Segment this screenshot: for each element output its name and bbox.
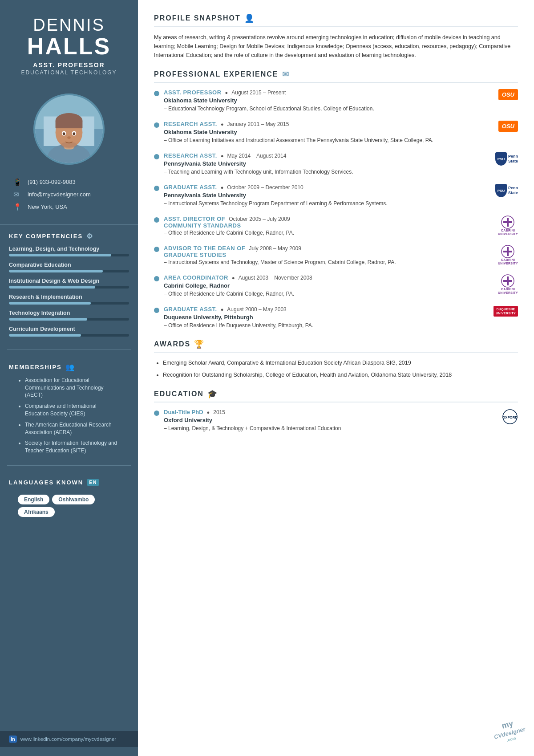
language-tag: Oshiwambo [52, 495, 95, 504]
exp-title: ASST. PROFESSOR [164, 89, 222, 96]
exp-title: RESEARCH ASST. [164, 121, 217, 127]
exp-desc: Office of Residence Life Duquesne Univer… [164, 321, 482, 329]
exp-bullet: ● [221, 307, 224, 312]
graduation-icon: 🎓 [207, 389, 218, 399]
exp-desc: Office of Learning Initiatives and Instr… [164, 136, 482, 144]
svg-point-13 [67, 136, 71, 139]
exp-org: Duquesne University, Pittsburgh [164, 314, 482, 321]
en-badge: EN [87, 479, 99, 486]
exp-bullet: ● [221, 185, 224, 190]
language-tag: English [18, 495, 49, 504]
exp-date: October 2009 – December 2010 [227, 184, 303, 191]
education-list: Dual-Title PhD ● 2015 Oxford University … [154, 409, 518, 432]
exp-logo: OSU [487, 89, 518, 113]
memberships-list: Association for Educational Communicatio… [9, 377, 129, 455]
education-section: EDUCATION 🎓 Dual-Title PhD ● 2015 Oxford… [154, 389, 518, 432]
edu-logo: OXFORD [487, 409, 518, 432]
exp-title-line: GRADUATE ASST. ● October 2009 – December… [164, 184, 482, 191]
competency-item: Technology Integration [9, 310, 129, 321]
competency-label: Research & Implementation [9, 294, 129, 300]
experience-entry: RESEARCH ASST. ● May 2014 – August 2014 … [154, 152, 518, 176]
exp-logo: CABRINIUNIVERSITY [487, 274, 518, 298]
sidebar: DENNIS HALLS ASST. PROFESSOR EDUCATIONAL… [0, 0, 138, 756]
exp-desc: Office of Residence Life Cabrini College… [164, 229, 482, 237]
experience-entry: RESEARCH ASST. ● January 2011 – May 2015… [154, 121, 518, 144]
people-icon: 👥 [65, 363, 75, 371]
pennstate-logo: PSU PennState [495, 152, 518, 166]
exp-desc: Instructional Systems Technology Program… [164, 199, 482, 207]
profile-icon: 👤 [244, 13, 255, 23]
duquesne-logo: DUQUESNEUNIVERSITY [494, 306, 518, 317]
exp-dot [154, 247, 159, 252]
progress-bar-bg [9, 302, 129, 305]
edu-org: Oxford University [164, 417, 482, 423]
experience-entry: ASST. DIRECTOR OF October 2005 – July 20… [154, 215, 518, 237]
phone-number: (91) 933-092-9083 [28, 179, 76, 185]
svg-point-14 [61, 142, 77, 148]
location-text: New York, USA [28, 203, 67, 210]
exp-body: RESEARCH ASST. ● May 2014 – August 2014 … [164, 152, 482, 176]
competency-item: Learning, Design, and Technology [9, 246, 129, 256]
exp-org: Oklahoma State University [164, 97, 482, 104]
exp-bullet: ● [232, 275, 235, 280]
edu-date: 2015 [213, 409, 225, 415]
sidebar-top: DENNIS HALLS ASST. PROFESSOR EDUCATIONAL… [0, 0, 138, 85]
cabrini-cross [501, 245, 514, 258]
osu-logo: OSU [498, 121, 518, 132]
exp-title-line: ADVISOR TO THE DEAN OF July 2008 – May 2… [164, 245, 482, 252]
cabrini-cross [501, 274, 514, 288]
email-icon: ✉ [13, 191, 23, 199]
experience-entry: ADVISOR TO THE DEAN OF July 2008 – May 2… [154, 245, 518, 266]
svg-point-11 [63, 132, 65, 135]
exp-body: ASST. DIRECTOR OF October 2005 – July 20… [164, 215, 482, 237]
svg-rect-20 [503, 251, 512, 252]
edu-dot [154, 411, 159, 416]
award-item: Emerging Scholar Award, Comparative & In… [163, 359, 518, 367]
gear-icon: ⚙ [86, 232, 93, 240]
exp-org: Pennsylvania State University [164, 160, 482, 167]
main-content: PROFILE SNAPSHOT 👤 My areas of research,… [138, 0, 534, 756]
exp-body: ASST. PROFESSOR ● August 2015 – Present … [164, 89, 482, 113]
cabrini-text: CABRINIUNIVERSITY [498, 258, 518, 266]
experience-section: PROFESSIONAL EXPERIENCE ✉ ASST. PROFESSO… [154, 69, 518, 329]
exp-date: October 2005 – July 2009 [229, 216, 290, 222]
competency-label: Technology Integration [9, 310, 129, 316]
exp-title: GRADUATE ASST. [164, 306, 217, 313]
oxford-logo: OXFORD [502, 409, 518, 425]
progress-bar-bg [9, 270, 129, 272]
competency-label: Learning, Design, and Technology [9, 246, 129, 252]
exp-logo: PSU PennState [487, 152, 518, 176]
exp-desc: Educational Technology Program, School o… [164, 105, 482, 113]
exp-title: ADVISOR TO THE DEAN OF [164, 245, 245, 252]
exp-title-line: ASST. PROFESSOR ● August 2015 – Present [164, 89, 482, 96]
exp-dot [154, 154, 159, 159]
exp-date: May 2014 – August 2014 [227, 153, 287, 159]
award-icon: 🏆 [194, 339, 205, 349]
exp-dot [154, 122, 159, 128]
exp-body: RESEARCH ASST. ● January 2011 – May 2015… [164, 121, 482, 144]
experience-entry: ASST. PROFESSOR ● August 2015 – Present … [154, 89, 518, 113]
exp-desc: Office of Residence Life Cabrini College… [164, 290, 482, 298]
linkedin-bar[interactable]: in www.linkedin.com/company/mycvdesigner [0, 731, 138, 747]
cabrini-logo: CABRINIUNIVERSITY [498, 245, 518, 266]
pennstate-text: PennState [508, 186, 518, 195]
exp-org: Pennsylvania State University [164, 192, 482, 199]
edu-bullet: ● [207, 410, 210, 415]
exp-title-line: RESEARCH ASST. ● January 2011 – May 2015 [164, 121, 482, 127]
language-tags: EnglishOshiwamboAfrikaans [9, 491, 129, 522]
profile-section: PROFILE SNAPSHOT 👤 My areas of research,… [154, 13, 518, 60]
avatar [33, 93, 105, 165]
divider-1 [7, 349, 131, 350]
linkedin-url: www.linkedin.com/company/mycvdesigner [20, 736, 116, 742]
experience-list: ASST. PROFESSOR ● August 2015 – Present … [154, 89, 518, 329]
first-name: DENNIS [9, 16, 129, 35]
languages-title: LANGUAGES KNOWN EN [9, 479, 129, 486]
exp-desc: Teaching and Learning with Technology un… [164, 168, 482, 176]
oxford-crest: OXFORD [502, 409, 518, 425]
exp-date: August 2003 – November 2008 [239, 275, 312, 281]
exp-body: ADVISOR TO THE DEAN OF July 2008 – May 2… [164, 245, 482, 266]
exp-date: August 2000 – May 2003 [227, 306, 286, 313]
exp-org: Oklahoma State University [164, 129, 482, 135]
exp-title-line: ASST. DIRECTOR OF October 2005 – July 20… [164, 215, 482, 222]
email-address: info@mycvdesigner.com [28, 191, 91, 198]
